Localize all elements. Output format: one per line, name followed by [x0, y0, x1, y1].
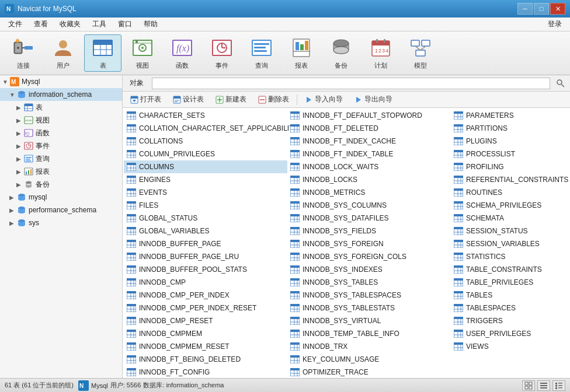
object-search-button[interactable] — [554, 77, 568, 90]
table-row[interactable]: TRIGGERS — [451, 314, 570, 327]
toolbar-user[interactable]: 用户 — [44, 34, 82, 72]
table-row[interactable]: GLOBAL_VARIABLES — [124, 225, 287, 237]
toolbar-model[interactable]: 模型 — [402, 34, 439, 72]
table-row[interactable]: PROCESSLIST — [451, 148, 570, 160]
sidebar-funcs[interactable]: ▶ f() 函数 — [0, 127, 122, 139]
toolbar-report[interactable]: 报表 — [283, 34, 320, 72]
table-row[interactable]: INNODB_SYS_TABLESTATS — [287, 302, 451, 314]
menu-view[interactable]: 查看 — [28, 18, 54, 31]
table-row[interactable]: INNODB_TEMP_TABLE_INFO — [287, 327, 451, 340]
minimize-button[interactable]: ─ — [517, 3, 533, 15]
sidebar-events[interactable]: ▶ 事件 — [0, 139, 122, 152]
export-button[interactable]: 导出向导 — [349, 93, 398, 106]
table-row[interactable]: FILES — [124, 199, 287, 212]
close-button[interactable]: ✕ — [550, 3, 565, 15]
table-row[interactable]: INNODB_BUFFER_POOL_STATS — [124, 263, 287, 276]
menu-help[interactable]: 帮助 — [138, 18, 164, 31]
sidebar-backups[interactable]: ▶ 备份 — [0, 178, 122, 191]
toolbar-backup[interactable]: 备份 — [322, 34, 360, 72]
table-row[interactable]: USER_PRIVILEGES — [451, 327, 570, 340]
toolbar-event[interactable]: 事件 — [203, 34, 241, 72]
table-row[interactable]: INNODB_SYS_FOREIGN_COLS — [287, 250, 451, 263]
table-row[interactable]: TABLESPACES — [451, 302, 570, 314]
table-row[interactable]: INNODB_BUFFER_PAGE — [124, 237, 287, 250]
table-row[interactable]: INNODB_METRICS — [287, 186, 451, 199]
table-row[interactable]: TABLE_PRIVILEGES — [451, 276, 570, 289]
sidebar-db-sys[interactable]: ▶ sys — [0, 216, 122, 229]
table-row[interactable]: ENGINES — [124, 173, 287, 186]
table-row[interactable]: INNODB_FT_CONFIG — [124, 366, 287, 378]
table-row[interactable]: TABLES — [451, 289, 570, 302]
table-row[interactable]: PLUGINS — [451, 135, 570, 148]
delete-table-button[interactable]: 删除表 — [253, 93, 294, 106]
toolbar-schedule[interactable]: 1 2 3 4 计划 — [362, 34, 399, 72]
table-row[interactable]: INNODB_CMP_PER_INDEX — [124, 289, 287, 302]
menu-file[interactable]: 文件 — [2, 18, 28, 31]
table-row[interactable]: INNODB_CMP_PER_INDEX_RESET — [124, 302, 287, 314]
table-row[interactable]: INNODB_FT_BEING_DELETED — [124, 353, 287, 366]
table-row[interactable]: INNODB_SYS_TABLESPACES — [287, 289, 451, 302]
maximize-button[interactable]: □ — [534, 3, 549, 15]
menu-window[interactable]: 窗口 — [112, 18, 138, 31]
table-row[interactable]: PARTITIONS — [451, 122, 570, 135]
table-row[interactable]: INNODB_SYS_COLUMNS — [287, 199, 451, 212]
table-row[interactable]: COLLATION_CHARACTER_SET_APPLICABILITY — [124, 122, 287, 135]
table-row[interactable]: INNODB_FT_DEFAULT_STOPWORD — [287, 109, 451, 122]
object-search-input[interactable] — [152, 78, 550, 89]
table-row[interactable]: INNODB_SYS_INDEXES — [287, 263, 451, 276]
toolbar-view[interactable]: 视图 — [124, 34, 161, 72]
table-row[interactable]: REFERENTIAL_CONSTRAINTS — [451, 173, 570, 186]
table-row[interactable]: INNODB_LOCKS — [287, 173, 451, 186]
table-row[interactable]: STATISTICS — [451, 250, 570, 263]
table-row[interactable]: INNODB_FT_INDEX_TABLE — [287, 148, 451, 160]
table-row[interactable]: INNODB_SYS_VIRTUAL — [287, 314, 451, 327]
table-row[interactable]: INNODB_CMPMEM_RESET — [124, 340, 287, 353]
table-row[interactable]: COLUMN_PRIVILEGES — [124, 148, 287, 160]
toolbar-table[interactable]: 表 — [84, 34, 121, 72]
table-row[interactable]: OPTIMIZER_TRACE — [287, 366, 451, 378]
status-grid-btn[interactable] — [522, 380, 535, 391]
table-row[interactable]: SCHEMATA — [451, 212, 570, 225]
table-row[interactable]: INNODB_CMP_RESET — [124, 314, 287, 327]
table-row[interactable]: EVENTS — [124, 186, 287, 199]
table-row[interactable]: PROFILING — [451, 160, 570, 173]
sidebar-views[interactable]: ▶ ∞∞ 视图 — [0, 114, 122, 127]
table-row[interactable]: ROUTINES — [451, 186, 570, 199]
sidebar-queries[interactable]: ▶ 查询 — [0, 152, 122, 165]
toolbar-query[interactable]: 查询 — [243, 34, 280, 72]
table-row[interactable]: COLLATIONS — [124, 135, 287, 148]
menu-favorites[interactable]: 收藏夹 — [54, 18, 86, 31]
table-row[interactable]: VIEWS — [451, 340, 570, 353]
table-row[interactable]: INNODB_SYS_FIELDS — [287, 225, 451, 237]
sidebar-db-mysql[interactable]: ▶ mysql — [0, 191, 122, 204]
sidebar-db-performance_schema[interactable]: ▶ performance_schema — [0, 204, 122, 216]
import-button[interactable]: 导入向导 — [300, 93, 348, 106]
table-row[interactable]: SESSION_VARIABLES — [451, 237, 570, 250]
table-row[interactable]: INNODB_FT_INDEX_CACHE — [287, 135, 451, 148]
table-row[interactable]: GLOBAL_STATUS — [124, 212, 287, 225]
design-table-button[interactable]: 设计表 — [168, 93, 209, 106]
toolbar-connect[interactable]: 连接 — [5, 34, 42, 72]
sidebar-root[interactable]: ▼ M Mysql — [0, 75, 122, 88]
status-list-btn[interactable] — [537, 380, 550, 391]
table-row[interactable]: INNODB_CMP — [124, 276, 287, 289]
sidebar-tables[interactable]: ▶ 表 — [0, 101, 122, 114]
table-row[interactable]: INNODB_FT_DELETED — [287, 122, 451, 135]
login-button[interactable]: 登录 — [542, 18, 568, 30]
table-row[interactable]: INNODB_SYS_FOREIGN — [287, 237, 451, 250]
table-row[interactable]: KEY_COLUMN_USAGE — [287, 353, 451, 366]
table-row[interactable]: INNODB_LOCK_WAITS — [287, 160, 451, 173]
table-row[interactable]: INNODB_SYS_TABLES — [287, 276, 451, 289]
table-row[interactable]: SESSION_STATUS — [451, 225, 570, 237]
sidebar-db-information_schema[interactable]: ▼ information_schema — [0, 88, 122, 101]
table-row[interactable]: INNODB_TRX — [287, 340, 451, 353]
table-row[interactable]: CHARACTER_SETS — [124, 109, 287, 122]
sidebar-reports[interactable]: ▶ 报表 — [0, 165, 122, 178]
table-row[interactable]: INNODB_BUFFER_PAGE_LRU — [124, 250, 287, 263]
table-row[interactable]: SCHEMA_PRIVILEGES — [451, 199, 570, 212]
toolbar-func[interactable]: f(x) 函数 — [164, 34, 201, 72]
table-row[interactable]: INNODB_CMPMEM — [124, 327, 287, 340]
open-table-button[interactable]: 打开表 — [125, 93, 166, 106]
table-row[interactable]: INNODB_SYS_DATAFILES — [287, 212, 451, 225]
new-table-button[interactable]: 新建表 — [210, 93, 252, 106]
